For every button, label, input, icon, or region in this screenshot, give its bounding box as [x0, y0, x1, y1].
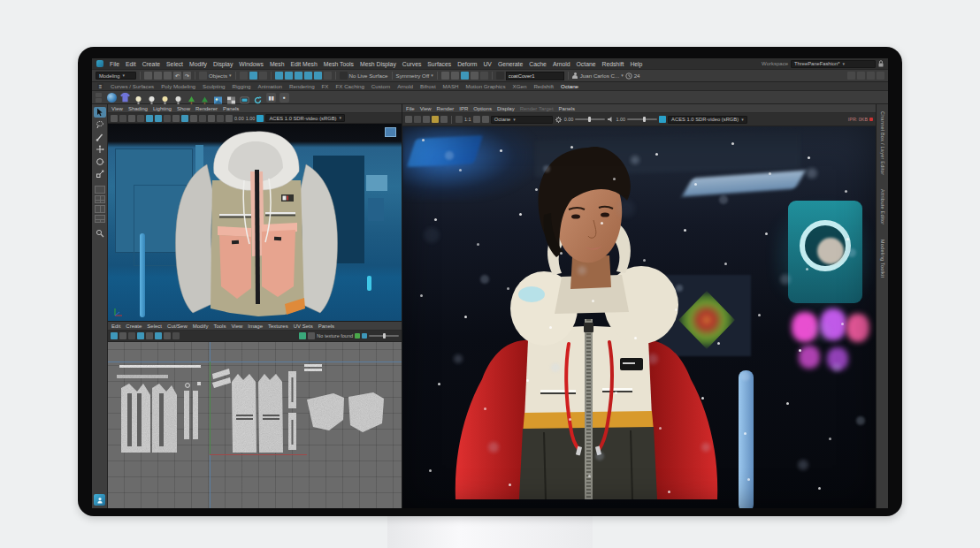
uv-shells[interactable] [108, 342, 402, 508]
scale-tool-icon[interactable] [94, 169, 106, 179]
uv-dim-slider[interactable] [369, 335, 399, 337]
redo-icon[interactable]: ↷ [183, 72, 191, 80]
menu-generate[interactable]: Generate [498, 61, 523, 67]
shelf-tab-octane[interactable]: Octane [561, 83, 578, 89]
menu-octane[interactable]: Octane [577, 61, 596, 67]
snap-point-icon[interactable] [295, 72, 302, 80]
octane-render-refresh-icon[interactable] [253, 93, 263, 103]
select-component-icon[interactable] [259, 72, 267, 80]
undo-icon[interactable]: ↶ [173, 72, 181, 80]
render-icon[interactable] [441, 72, 449, 80]
open-scene-icon[interactable] [154, 72, 162, 80]
exposure-slider[interactable] [575, 118, 605, 120]
toolbar-icon[interactable] [414, 116, 421, 123]
toolbar-icon[interactable] [155, 332, 162, 339]
uv-menu-modify[interactable]: Modify [193, 323, 209, 329]
menu-mesh[interactable]: Mesh [270, 61, 285, 67]
menu-arnold[interactable]: Arnold [553, 61, 570, 67]
move-tool-icon[interactable] [94, 144, 106, 155]
toolbar-icon[interactable] [482, 116, 489, 123]
toolbar-icon[interactable] [308, 332, 315, 339]
uv-menu-panels[interactable]: Panels [318, 323, 334, 329]
menu-select[interactable]: Select [166, 61, 183, 67]
toolbar-icon[interactable] [164, 332, 171, 339]
ipr-stop-icon[interactable] [869, 118, 873, 121]
shelf-tab-xgen[interactable]: XGen [513, 83, 527, 89]
gear-icon[interactable] [555, 116, 563, 124]
toolbar-icon[interactable] [432, 116, 439, 123]
octane-light-icon[interactable] [134, 93, 143, 103]
uv-menu-tools[interactable]: Tools [213, 323, 226, 329]
shelf-tab-mash[interactable]: MASH [443, 83, 459, 89]
octane-material-ball-icon[interactable] [107, 93, 117, 103]
toolbox-bottom-badge-icon[interactable] [94, 494, 105, 506]
rv-menu-display[interactable]: Display [497, 106, 515, 111]
shelf-tab-redshift[interactable]: Redshift [533, 83, 554, 89]
snap-curve-icon[interactable] [285, 72, 293, 80]
rotate-tool-icon[interactable] [94, 156, 106, 167]
toolbar-icon[interactable] [172, 332, 180, 339]
tab-channel-box-layer-editor[interactable]: Channel Box / Layer Editor [880, 111, 885, 175]
hypershade-icon[interactable] [471, 72, 479, 80]
render-settings-icon[interactable] [461, 72, 469, 80]
rv-menu-file[interactable]: File [406, 106, 415, 111]
tab-modeling-toolkit[interactable]: Modeling Toolkit [880, 240, 885, 278]
uv-menu-cut-sew[interactable]: Cut/Sew [167, 323, 188, 329]
make-live-icon[interactable] [340, 72, 348, 80]
user-account-dropdown[interactable]: Juan Carlos C... ▾ [572, 72, 624, 79]
shelf-tab-arnold[interactable]: Arnold [397, 83, 413, 89]
vp-menu-panels[interactable]: Panels [223, 106, 239, 111]
toolbar-icon[interactable] [199, 115, 206, 122]
shelf-tab-fx[interactable]: FX [322, 83, 329, 89]
toolbar-icon[interactable] [226, 115, 233, 122]
vp-menu-lighting[interactable]: Lighting [153, 106, 172, 111]
shelf-tab-bifrost[interactable]: Bifrost [420, 83, 436, 89]
rv-menu-options[interactable]: Options [473, 106, 492, 111]
toolbar-icon[interactable] [164, 115, 171, 122]
toolbar-icon[interactable] [208, 115, 215, 122]
sidebar-channelbox-icon[interactable] [847, 72, 855, 80]
render-gamma-value[interactable]: 1.00 [616, 117, 625, 122]
uv-mini-icon[interactable] [355, 333, 360, 339]
layout-three-pane-icon[interactable] [95, 215, 105, 223]
viewport-3d-scene[interactable] [108, 124, 402, 321]
toolbar-icon[interactable] [128, 115, 135, 122]
rv-menu-view[interactable]: View [420, 106, 432, 111]
menu-surfaces[interactable]: Surfaces [427, 61, 451, 67]
vp-menu-shading[interactable]: Shading [128, 106, 148, 111]
shelf-scroll-icons[interactable] [96, 93, 102, 103]
select-tool-icon[interactable] [94, 107, 106, 118]
shelf-tab-sculpting[interactable]: Sculpting [203, 83, 225, 89]
uv-menu-image[interactable]: Image [248, 323, 263, 329]
view-cube[interactable] [385, 127, 396, 137]
uv-mini-icon[interactable] [362, 333, 367, 339]
sidebar-modeling-icon[interactable] [877, 72, 884, 80]
vp-menu-view[interactable]: View [111, 106, 123, 111]
gamma-slider[interactable] [627, 118, 657, 120]
shelf-tab-rigging[interactable]: Rigging [233, 83, 251, 89]
menu-mesh-display[interactable]: Mesh Display [360, 61, 396, 67]
uv-menu-create[interactable]: Create [126, 323, 142, 329]
render-exposure-value[interactable]: 0.00 [564, 117, 574, 122]
toolbar-icon[interactable] [137, 332, 144, 339]
select-hierarchy-icon[interactable] [240, 72, 248, 80]
toolbar-icon[interactable] [440, 116, 448, 123]
rv-menu-ipr[interactable]: IPR [459, 106, 468, 111]
shelf-tab-motion-graphics[interactable]: Motion Graphics [466, 83, 506, 89]
octane-shirt-icon[interactable] [120, 93, 130, 103]
menu-cache[interactable]: Cache [529, 61, 547, 67]
vp-menu-renderer[interactable]: Renderer [195, 106, 218, 111]
uv-menu-select[interactable]: Select [147, 323, 162, 329]
exposure-value[interactable]: 0.00 [234, 116, 244, 121]
new-scene-icon[interactable] [144, 72, 152, 80]
sidebar-attribute-icon[interactable] [857, 72, 865, 80]
lighting-icon[interactable] [480, 72, 488, 80]
toolbar-icon[interactable] [405, 116, 412, 123]
render-colorspace-dropdown[interactable]: ACES 1.0 SDR-video (sRGB)▾ [668, 116, 747, 124]
toolbar-icon[interactable] [111, 332, 118, 339]
shelf-tab-fx-caching[interactable]: FX Caching [336, 83, 364, 89]
lock-selection-icon[interactable] [324, 72, 332, 80]
tab-attribute-editor[interactable]: Attribute Editor [880, 189, 885, 225]
toolbar-icon[interactable] [423, 116, 430, 123]
selection-mode-icon[interactable] [199, 72, 207, 80]
